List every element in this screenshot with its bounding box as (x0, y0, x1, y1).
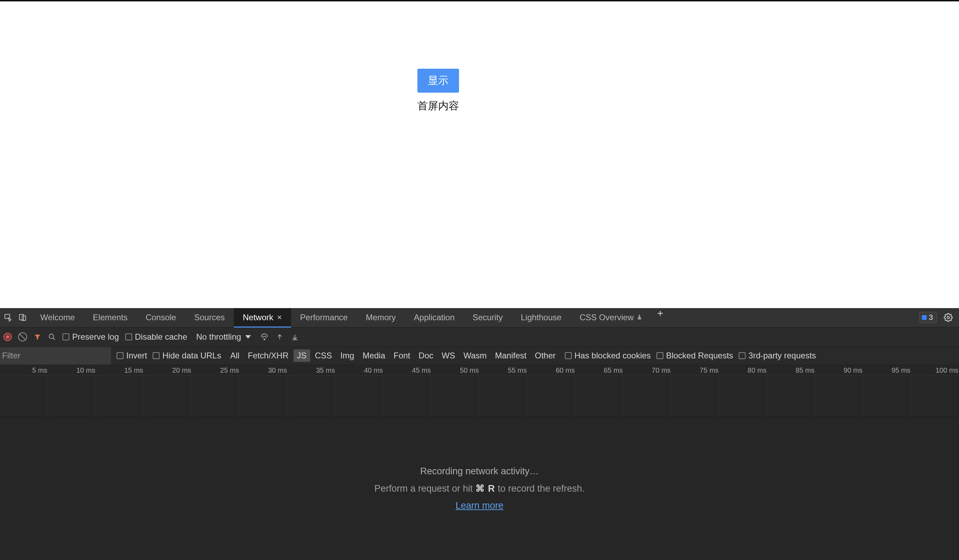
tab-memory[interactable]: Memory (357, 308, 405, 327)
type-filter-wasm[interactable]: Wasm (460, 349, 490, 362)
has-blocked-cookies-checkbox[interactable]: Has blocked cookies (565, 351, 651, 361)
checkbox-icon (116, 352, 124, 359)
checkbox-icon (153, 352, 159, 359)
svg-point-3 (947, 317, 949, 319)
timeline-tick: 85 ms (767, 365, 815, 375)
tab-lighthouse[interactable]: Lighthouse (512, 308, 570, 327)
empty-line2-post: to record the refresh. (495, 483, 585, 494)
import-har-icon[interactable] (290, 332, 299, 341)
checkbox-icon (739, 352, 746, 359)
more-tabs-icon[interactable] (655, 308, 666, 318)
timeline-ruler: 5 ms 10 ms 15 ms 20 ms 25 ms 30 ms 35 ms… (0, 365, 959, 375)
timeline-tick: 20 ms (144, 365, 192, 375)
learn-more-link[interactable]: Learn more (456, 500, 503, 511)
network-filterbar: Invert Hide data URLs All Fetch/XHR JS C… (0, 347, 959, 365)
type-filters: All Fetch/XHR JS CSS Img Media Font Doc … (226, 349, 559, 362)
preserve-log-label: Preserve log (72, 332, 119, 342)
timeline-tick: 55 ms (480, 365, 527, 375)
search-icon[interactable] (48, 333, 56, 341)
timeline-tick: 30 ms (240, 365, 288, 375)
page-content: 显示 首屏内容 (417, 69, 459, 113)
device-toggle-icon[interactable] (18, 313, 28, 322)
timeline-tick: 65 ms (575, 365, 623, 375)
timeline-tick: 25 ms (192, 365, 240, 375)
type-filter-css[interactable]: CSS (312, 349, 336, 362)
network-empty-state: Recording network activity… Perform a re… (0, 417, 959, 560)
show-button[interactable]: 显示 (417, 69, 459, 93)
page-viewport: 显示 首屏内容 (0, 0, 959, 308)
tab-console[interactable]: Console (137, 308, 185, 327)
type-filter-manifest[interactable]: Manifest (492, 349, 530, 362)
svg-rect-1 (19, 314, 24, 320)
type-filter-ws[interactable]: WS (438, 349, 459, 362)
type-filter-doc[interactable]: Doc (415, 349, 437, 362)
type-filter-other[interactable]: Other (531, 349, 559, 362)
disable-cache-label: Disable cache (135, 332, 187, 342)
timeline-tick: 95 ms (863, 365, 911, 375)
invert-label: Invert (126, 351, 147, 361)
record-button[interactable] (3, 333, 12, 341)
inspect-element-icon[interactable] (3, 313, 13, 322)
kbd-shortcut: ⌘ R (475, 483, 495, 494)
blocked-requests-label: Blocked Requests (666, 351, 733, 361)
devtools-tabs: Welcome Elements Console Sources Network… (31, 308, 666, 327)
settings-icon[interactable] (943, 312, 953, 323)
type-filter-js[interactable]: JS (293, 349, 310, 362)
page-text: 首屏内容 (417, 99, 459, 113)
throttling-select[interactable]: No throttling (193, 331, 253, 342)
timeline-tick: 15 ms (96, 365, 143, 375)
export-har-icon[interactable] (275, 332, 284, 341)
third-party-label: 3rd-party requests (749, 351, 816, 361)
flask-icon (636, 313, 643, 322)
type-filter-font[interactable]: Font (390, 349, 414, 362)
disable-cache-checkbox[interactable]: Disable cache (125, 332, 187, 342)
type-filter-all[interactable]: All (226, 349, 243, 362)
blocked-requests-checkbox[interactable]: Blocked Requests (656, 351, 733, 361)
tab-css-overview[interactable]: CSS Overview (570, 308, 652, 327)
tabstrip-right: 3 (914, 308, 959, 327)
messages-badge[interactable]: 3 (919, 312, 937, 323)
tabstrip-left (0, 308, 31, 327)
hide-data-urls-label: Hide data URLs (162, 351, 221, 361)
checkbox-icon (656, 352, 663, 359)
timeline-tick: 90 ms (815, 365, 863, 375)
network-timeline[interactable]: 5 ms 10 ms 15 ms 20 ms 25 ms 30 ms 35 ms… (0, 365, 959, 417)
timeline-tick: 60 ms (527, 365, 575, 375)
third-party-checkbox[interactable]: 3rd-party requests (739, 351, 816, 361)
type-filter-fetchxhr[interactable]: Fetch/XHR (244, 349, 292, 362)
tab-sources[interactable]: Sources (185, 308, 234, 327)
type-filter-img[interactable]: Img (337, 349, 358, 362)
checkbox-icon (62, 333, 69, 340)
filter-toggle-icon[interactable] (33, 333, 41, 341)
tab-network[interactable]: Network ✕ (234, 308, 291, 327)
filter-input[interactable] (0, 347, 111, 365)
close-icon[interactable]: ✕ (277, 313, 282, 321)
tab-security[interactable]: Security (464, 308, 512, 327)
invert-checkbox[interactable]: Invert (116, 351, 147, 361)
svg-point-5 (264, 339, 265, 340)
timeline-tick: 5 ms (0, 365, 48, 375)
type-filter-media[interactable]: Media (359, 349, 389, 362)
messages-dot-icon (922, 315, 927, 320)
timeline-tick: 75 ms (671, 365, 719, 375)
tab-application[interactable]: Application (405, 308, 464, 327)
checkbox-icon (125, 333, 132, 340)
tab-welcome[interactable]: Welcome (31, 308, 84, 327)
hide-data-urls-checkbox[interactable]: Hide data URLs (153, 351, 221, 361)
devtools-panel: Welcome Elements Console Sources Network… (0, 308, 959, 560)
has-blocked-cookies-label: Has blocked cookies (575, 351, 651, 361)
caret-down-icon (245, 335, 251, 339)
timeline-tick: 40 ms (336, 365, 383, 375)
empty-line2-pre: Perform a request or hit (374, 483, 475, 494)
tab-css-overview-label: CSS Overview (580, 313, 634, 322)
tab-elements[interactable]: Elements (84, 308, 137, 327)
timeline-tick: 50 ms (432, 365, 480, 375)
network-toolbar: Preserve log Disable cache No throttling (0, 328, 959, 347)
tab-performance[interactable]: Performance (291, 308, 357, 327)
timeline-tick: 70 ms (623, 365, 671, 375)
preserve-log-checkbox[interactable]: Preserve log (62, 332, 119, 342)
clear-button[interactable] (18, 332, 27, 341)
timeline-lanes (0, 375, 959, 417)
network-conditions-icon[interactable] (260, 332, 269, 341)
empty-line2: Perform a request or hit ⌘ R to record t… (374, 483, 585, 494)
